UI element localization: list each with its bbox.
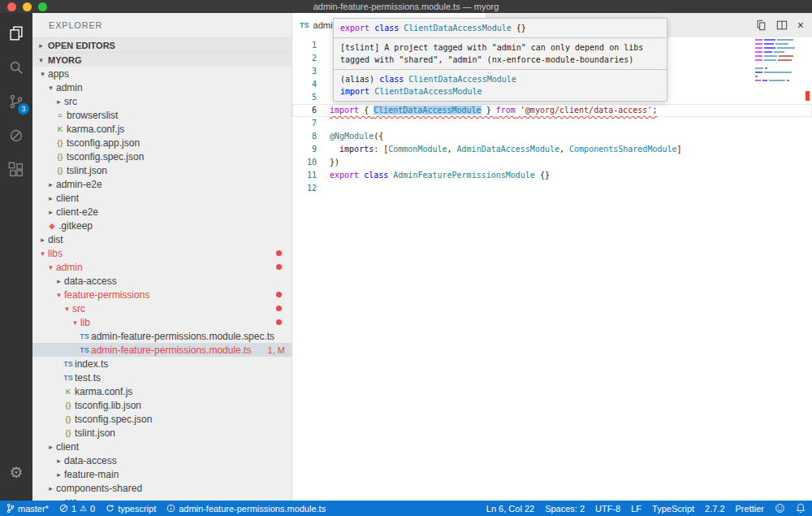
- tree-item[interactable]: TSadmin-feature-permissions.module.ts1, …: [32, 343, 292, 357]
- tree-item-label: lib: [80, 317, 105, 328]
- tree-item[interactable]: ▾apps: [32, 67, 292, 80]
- status-item[interactable]: TypeScript: [652, 504, 694, 514]
- json-file-icon: {}: [62, 429, 75, 437]
- status-item[interactable]: LF: [631, 504, 641, 514]
- zoom-window-button[interactable]: [38, 2, 47, 11]
- tree-item[interactable]: {}tslint.json: [32, 426, 292, 440]
- minimap-token: [777, 47, 795, 49]
- chevron-down-icon: ▾: [45, 263, 56, 271]
- sidebar-explorer: EXPLORER ▸ OPEN EDITORS ▾ MYORG ▾apps▾ad…: [32, 13, 292, 501]
- tree-item[interactable]: {}tslint.json: [32, 163, 292, 177]
- debug-icon[interactable]: [0, 119, 32, 153]
- explorer-icon[interactable]: [0, 16, 32, 50]
- tree-item[interactable]: ▸src: [32, 94, 292, 108]
- tree-item[interactable]: Kkarma.conf.js: [32, 122, 292, 136]
- tree-item[interactable]: ▾lib: [32, 315, 292, 329]
- status-item[interactable]: 2.7.2: [705, 504, 724, 514]
- tree-item[interactable]: ▾admin: [32, 80, 292, 94]
- tree-item[interactable]: {}tsconfig.spec.json: [32, 412, 292, 426]
- feedback-smiley-icon[interactable]: [775, 503, 785, 514]
- title-bar[interactable]: admin-feature-permissions.module.ts — my…: [0, 0, 812, 13]
- tree-item[interactable]: ▸dist: [32, 232, 292, 246]
- problem-dot: [276, 292, 282, 297]
- status-item[interactable]: Prettier: [736, 504, 764, 514]
- tree-item[interactable]: ▸src: [32, 495, 292, 501]
- code-line[interactable]: 9 imports: [CommonModule, AdminDataAcces…: [292, 143, 812, 156]
- tree-item[interactable]: Kkarma.conf.js: [32, 384, 292, 398]
- tree-item-label: src: [64, 96, 92, 107]
- code-line[interactable]: 10}): [292, 156, 812, 169]
- code-token: imports: [339, 145, 374, 154]
- minimize-window-button[interactable]: [23, 2, 32, 11]
- code-area[interactable]: 123456import { ClientDataAccessModule } …: [292, 37, 812, 501]
- karma-file-icon: K: [54, 125, 67, 133]
- branch-name: master*: [18, 504, 49, 514]
- code-line-content: @NgModule({: [330, 130, 383, 143]
- code-line[interactable]: 7: [292, 117, 812, 130]
- tree-item[interactable]: ▸admin-e2e: [32, 177, 292, 191]
- tree-item[interactable]: {}tsconfig.spec.json: [32, 150, 292, 163]
- open-changes-icon[interactable]: [755, 20, 767, 31]
- tree-item[interactable]: ▸feature-main: [32, 467, 292, 481]
- status-item[interactable]: Spaces: 2: [545, 504, 585, 514]
- minimap-token: [755, 76, 758, 77]
- code-token: ComponentsSharedModule: [569, 145, 676, 154]
- tree-item[interactable]: ≡browserslist: [32, 108, 292, 122]
- minimap[interactable]: [755, 39, 801, 88]
- tree-item[interactable]: ▸data-access: [32, 453, 292, 467]
- tree-item-label: tslint.json: [75, 427, 130, 439]
- code-line[interactable]: 11export class AdminFeaturePermissionsMo…: [292, 169, 812, 182]
- tree-item[interactable]: ▾src: [32, 301, 292, 315]
- split-editor-icon[interactable]: [776, 20, 788, 31]
- extensions-icon[interactable]: [0, 153, 32, 187]
- open-editors-header[interactable]: ▸ OPEN EDITORS: [32, 37, 292, 52]
- line-number: 3: [292, 65, 330, 78]
- code-line[interactable]: 8@NgModule({: [292, 130, 812, 143]
- minimap-line: [755, 59, 801, 61]
- tree-item[interactable]: TSadmin-feature-permissions.module.spec.…: [32, 329, 292, 343]
- code-token: }: [482, 106, 496, 115]
- tree-item[interactable]: ▸data-access: [32, 274, 292, 288]
- code-line[interactable]: 12: [292, 182, 812, 195]
- sync-icon: [106, 504, 114, 513]
- code-line[interactable]: 6import { ClientDataAccessModule } from …: [292, 104, 812, 117]
- tree-item[interactable]: ◆.gitkeep: [32, 219, 292, 232]
- tree-item[interactable]: ▸client-e2e: [32, 205, 292, 219]
- git-branch-status[interactable]: master*: [6, 503, 49, 514]
- hover-quickinfo: (alias) class ClientDataAccessModuleimpo…: [334, 69, 667, 101]
- status-item[interactable]: UTF-8: [595, 504, 620, 514]
- code-line-content: imports: [CommonModule, AdminDataAccessM…: [330, 143, 682, 156]
- active-file-label: admin-feature-permissions.module.ts: [179, 504, 326, 514]
- minimap-token: [755, 47, 762, 49]
- active-file-status[interactable]: admin-feature-permissions.module.ts: [166, 504, 326, 514]
- json-file-icon: {}: [54, 139, 67, 147]
- tree-item[interactable]: ▾libs: [32, 246, 292, 260]
- tree-item[interactable]: {}tsconfig.app.json: [32, 136, 292, 150]
- close-editor-icon[interactable]: ×: [797, 20, 804, 31]
- typescript-status[interactable]: typescript: [106, 504, 156, 514]
- tree-item[interactable]: ▾admin: [32, 260, 292, 274]
- tree-item-label: admin-e2e: [56, 179, 117, 190]
- tree-item[interactable]: {}tsconfig.lib.json: [32, 398, 292, 412]
- notifications-bell-icon[interactable]: [796, 503, 806, 514]
- line-number: 5: [292, 91, 330, 104]
- search-icon[interactable]: [0, 50, 32, 85]
- overview-ruler-error-marker: [806, 91, 810, 101]
- tree-item[interactable]: TStest.ts: [32, 371, 292, 384]
- problems-status[interactable]: 1 ⚠ 0: [59, 504, 95, 514]
- line-number: 12: [292, 182, 330, 195]
- close-window-button[interactable]: [7, 2, 16, 11]
- source-control-icon[interactable]: 3: [0, 85, 32, 119]
- tree-item[interactable]: ▸client: [32, 191, 292, 205]
- root-folder-header[interactable]: ▾ MYORG: [32, 52, 292, 67]
- minimap-token: [764, 72, 792, 73]
- tree-item[interactable]: ▾feature-permissions: [32, 288, 292, 301]
- settings-gear-icon[interactable]: ⚙: [0, 455, 32, 489]
- tree-item[interactable]: ▸client: [32, 440, 292, 453]
- minimap-token: [755, 43, 762, 45]
- chevron-right-icon: ▸: [54, 457, 64, 465]
- tree-item[interactable]: TSindex.ts: [32, 357, 292, 371]
- status-item[interactable]: Ln 6, Col 22: [486, 504, 534, 514]
- tree-item[interactable]: ▸components-shared: [32, 481, 292, 495]
- file-tree: ▾apps▾admin▸src≡browserslistKkarma.conf.…: [32, 67, 292, 501]
